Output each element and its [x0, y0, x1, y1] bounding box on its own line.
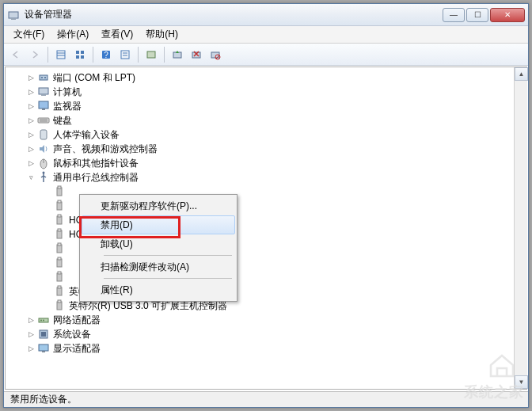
sound-icon	[37, 143, 50, 155]
expand-icon[interactable]: ▷	[26, 144, 36, 154]
expand-icon[interactable]: ▷	[26, 130, 36, 139]
vertical-scrollbar[interactable]: ▲ ▼	[514, 67, 527, 389]
tree-node-label: 端口 (COM 和 LPT)	[53, 70, 135, 85]
tree-node[interactable]: ▿通用串行总线控制器	[7, 170, 525, 185]
tree-node[interactable]: ▷计算机	[7, 85, 525, 99]
toolbar-sep	[138, 47, 139, 63]
usbdev-icon	[53, 271, 66, 284]
ctx-uninstall[interactable]: 卸载(U)	[82, 234, 235, 253]
back-button	[7, 46, 25, 63]
svg-rect-7	[76, 55, 79, 59]
tree-node[interactable]: ▷声音、视频和游戏控制器	[7, 142, 525, 156]
ctx-scan-hardware[interactable]: 扫描检测硬件改动(A)	[82, 257, 235, 276]
svg-rect-43	[58, 243, 61, 245]
titlebar[interactable]: 设备管理器 — ☐ ✕	[4, 4, 528, 26]
menu-file[interactable]: 文件(F)	[7, 26, 51, 43]
computer-icon	[37, 86, 50, 98]
ctx-properties[interactable]: 属性(R)	[82, 280, 235, 299]
expander-none	[42, 187, 51, 196]
help-button[interactable]: ?	[97, 46, 115, 63]
expander-none	[42, 287, 51, 296]
expand-icon[interactable]: ▷	[26, 87, 36, 97]
collapse-icon[interactable]: ▿	[26, 173, 36, 182]
svg-rect-45	[58, 257, 61, 260]
maximize-button[interactable]: ☐	[466, 8, 488, 22]
expander-none	[42, 215, 51, 225]
tree-node[interactable]: ▷显示适配器	[7, 341, 525, 356]
svg-rect-57	[39, 344, 48, 351]
statusbar: 禁用所选设备。	[4, 391, 528, 407]
view-list-button[interactable]	[52, 46, 70, 63]
svg-rect-49	[58, 286, 61, 288]
expand-icon[interactable]: ▷	[26, 73, 36, 82]
scroll-up-button[interactable]: ▲	[515, 67, 528, 81]
svg-rect-0	[9, 12, 18, 18]
expand-icon[interactable]: ▷	[26, 344, 36, 353]
svg-rect-35	[58, 186, 61, 188]
svg-rect-41	[58, 229, 61, 231]
properties-button[interactable]	[116, 46, 134, 63]
tree-node[interactable]: ▷人体学输入设备	[7, 127, 525, 142]
view-detail-button[interactable]	[71, 46, 89, 63]
uninstall-button[interactable]	[188, 46, 205, 63]
monitor-icon	[37, 100, 50, 112]
expander-none	[42, 272, 51, 282]
svg-rect-26	[42, 108, 45, 110]
tree-node-label: 鼠标和其他指针设备	[53, 156, 139, 170]
minimize-button[interactable]: —	[443, 8, 465, 22]
svg-rect-15	[173, 52, 181, 58]
menu-action[interactable]: 操作(A)	[51, 26, 95, 43]
window-title: 设备管理器	[25, 8, 443, 21]
expander-none	[42, 301, 51, 310]
disable-button[interactable]	[207, 46, 224, 63]
svg-rect-37	[58, 200, 61, 203]
expand-icon[interactable]: ▷	[26, 116, 36, 125]
expand-icon[interactable]: ▷	[26, 101, 36, 111]
scroll-down-button[interactable]: ▼	[515, 375, 528, 389]
menu-view[interactable]: 查看(V)	[95, 26, 139, 43]
svg-rect-58	[42, 351, 45, 352]
tree-node-label: 网络适配器	[53, 313, 101, 327]
svg-rect-24	[41, 94, 46, 96]
tree-node[interactable]: ▷键盘	[7, 113, 525, 127]
svg-rect-51	[58, 300, 61, 303]
toolbar-sep	[93, 47, 93, 63]
svg-text:?: ?	[104, 51, 108, 59]
refresh-button[interactable]	[142, 46, 160, 63]
ctx-disable[interactable]: 禁用(D)	[82, 215, 235, 234]
tree-node-label: 显示适配器	[53, 341, 101, 356]
expand-icon[interactable]: ▷	[26, 329, 36, 339]
svg-rect-39	[58, 215, 61, 217]
usbdev-icon	[53, 185, 66, 198]
tree-node[interactable]: ▷鼠标和其他指针设备	[7, 156, 525, 170]
ctx-sep	[104, 255, 232, 256]
tree-node[interactable]: ▷系统设备	[7, 327, 525, 341]
tree-node[interactable]: ▷监视器	[7, 99, 525, 113]
expand-icon[interactable]: ▷	[26, 158, 36, 168]
system-icon	[37, 328, 50, 341]
svg-rect-56	[41, 332, 46, 337]
keyboard-icon	[37, 114, 50, 127]
usbdev-icon	[53, 214, 66, 226]
svg-rect-47	[58, 272, 61, 274]
close-button[interactable]: ✕	[490, 8, 525, 22]
mouse-icon	[37, 157, 50, 169]
tree-node-label: 通用串行总线控制器	[53, 170, 139, 185]
tree-node-label: 键盘	[53, 113, 72, 127]
tree-node[interactable]: ▷网络适配器	[7, 313, 525, 327]
menubar: 文件(F) 操作(A) 查看(V) 帮助(H)	[4, 26, 528, 44]
display-icon	[37, 342, 50, 355]
hid-icon	[37, 128, 50, 141]
menu-help[interactable]: 帮助(H)	[139, 26, 184, 43]
update-driver-button[interactable]	[169, 46, 186, 63]
expander-none	[42, 258, 51, 268]
svg-point-22	[44, 77, 46, 78]
usbdev-icon	[53, 228, 66, 241]
tree-node-label: 系统设备	[53, 327, 91, 341]
svg-rect-11	[121, 51, 129, 59]
usbdev-icon	[53, 257, 66, 269]
expand-icon[interactable]: ▷	[26, 315, 36, 325]
tree-node-label: 计算机	[53, 85, 82, 99]
tree-node[interactable]: ▷端口 (COM 和 LPT)	[7, 70, 525, 85]
ctx-update-driver[interactable]: 更新驱动程序软件(P)...	[82, 196, 235, 215]
